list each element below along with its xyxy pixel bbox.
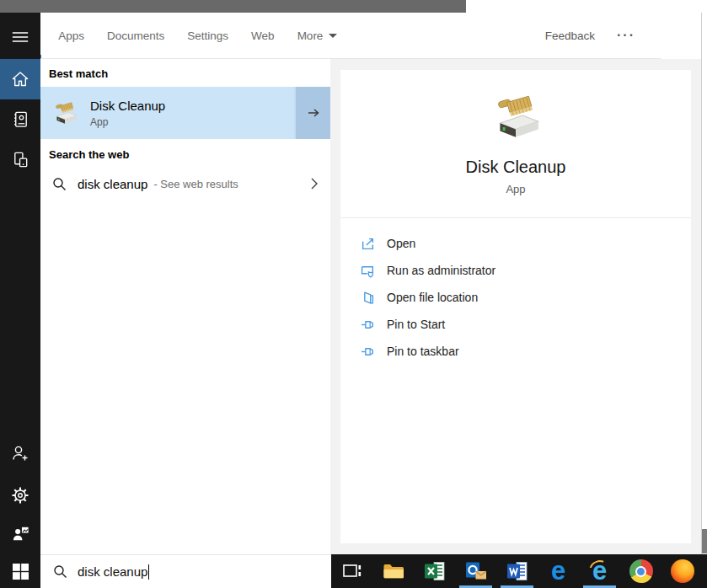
- best-match-title: Disk Cleanup: [90, 99, 165, 113]
- chrome-core: [637, 568, 645, 575]
- word-icon: [506, 560, 529, 582]
- arrow-right-icon: [306, 106, 321, 120]
- best-match-header: Best match: [49, 67, 108, 80]
- more-options-button[interactable]: ···: [617, 13, 635, 58]
- taskbar-excel-button[interactable]: [414, 554, 455, 588]
- excel-icon: [423, 560, 447, 582]
- taskbar-internet-explorer-button[interactable]: e: [579, 554, 620, 588]
- web-query-text: disk cleanup: [78, 177, 147, 191]
- best-match-subtitle: App: [90, 116, 165, 128]
- tab-more[interactable]: More: [297, 13, 338, 58]
- search-input[interactable]: disk cleanup: [40, 554, 331, 588]
- disk-cleanup-icon: [488, 88, 544, 144]
- sidebar-item-settings[interactable]: [0, 475, 40, 516]
- search-web-header: Search the web: [49, 148, 129, 161]
- taskbar-chrome-button[interactable]: [620, 554, 661, 588]
- web-search-row[interactable]: disk cleanup - See web results: [40, 167, 330, 200]
- start-button[interactable]: [0, 554, 40, 588]
- hamburger-menu-icon: [11, 28, 29, 46]
- chrome-inner-ring: [635, 566, 646, 577]
- windows-start-icon: [13, 564, 29, 580]
- pin-icon: [361, 345, 375, 359]
- edge-icon: e: [551, 559, 565, 583]
- sidebar-item-feedback-picture[interactable]: [0, 513, 40, 553]
- admin-shield-icon: [361, 264, 375, 278]
- task-view-icon: [341, 560, 363, 582]
- chrome-icon: [629, 559, 653, 583]
- action-pin-to-start[interactable]: Pin to Start: [361, 311, 691, 338]
- pin-icon: [361, 318, 375, 332]
- taskbar: e e: [331, 554, 707, 588]
- search-input-value: disk cleanup: [78, 564, 147, 579]
- chevron-right-icon: [310, 177, 319, 190]
- best-match-row[interactable]: Disk Cleanup App: [40, 87, 330, 139]
- search-sidebar: [0, 13, 40, 554]
- best-match-texts: Disk Cleanup App: [90, 99, 165, 128]
- background-window-titlebar: [0, 0, 466, 13]
- taskbar-file-explorer-button[interactable]: [372, 554, 414, 588]
- preview-divider: [340, 217, 691, 218]
- taskbar-edge-button[interactable]: e: [538, 554, 579, 588]
- action-open[interactable]: Open: [361, 230, 691, 257]
- home-icon: [10, 69, 30, 89]
- taskbar-word-button[interactable]: [496, 554, 538, 588]
- devices-icon: [11, 150, 30, 169]
- ellipsis-icon: ···: [617, 28, 635, 43]
- search-filter-tabbar: All Apps Documents Settings Web More Fee…: [0, 13, 661, 59]
- search-icon: [52, 177, 67, 191]
- action-pin-to-taskbar[interactable]: Pin to taskbar: [361, 338, 691, 365]
- internet-explorer-icon: e: [587, 559, 613, 584]
- sidebar-item-devices[interactable]: [0, 139, 40, 179]
- sidebar-item-menu[interactable]: [0, 17, 40, 57]
- expand-result-button[interactable]: [294, 87, 330, 139]
- journal-icon: [11, 110, 30, 129]
- settings-gear-icon: [10, 485, 30, 505]
- action-open-file-location[interactable]: Open file location: [361, 284, 691, 311]
- preview-app-type: App: [506, 183, 525, 195]
- tab-documents[interactable]: Documents: [107, 13, 164, 58]
- ie-gold-ring: [585, 557, 614, 586]
- disk-cleanup-icon: [51, 99, 79, 127]
- taskbar-task-view-button[interactable]: [331, 554, 372, 588]
- preview-card: Disk Cleanup App Open Run as administrat…: [340, 70, 691, 543]
- taskbar-firefox-button[interactable]: [661, 554, 703, 588]
- web-suffix-text: - See web results: [153, 178, 238, 190]
- firefox-icon: [671, 559, 694, 583]
- results-panel: Best match Disk Cleanup App Search the w…: [40, 59, 330, 554]
- tab-apps[interactable]: Apps: [58, 13, 84, 58]
- add-account-icon: [10, 443, 30, 463]
- feedback-person-icon: [11, 524, 30, 543]
- taskbar-outlook-button[interactable]: [455, 554, 496, 588]
- sidebar-item-add-account[interactable]: [0, 433, 40, 473]
- tab-settings[interactable]: Settings: [187, 13, 228, 58]
- tabbar-spacer: [360, 13, 544, 58]
- feedback-button[interactable]: Feedback: [545, 13, 595, 58]
- file-explorer-icon: [382, 560, 405, 582]
- action-list: Open Run as administrator Open file loca…: [340, 218, 691, 365]
- sidebar-item-home[interactable]: [0, 59, 40, 99]
- text-caret: [148, 564, 149, 580]
- search-icon: [53, 564, 67, 579]
- open-folder-icon: [361, 291, 375, 305]
- best-match-main[interactable]: Disk Cleanup App: [40, 87, 294, 139]
- action-run-as-administrator[interactable]: Run as administrator: [361, 257, 691, 284]
- open-icon: [361, 237, 375, 251]
- chevron-down-icon: [329, 34, 337, 38]
- preview-app-title: Disk Cleanup: [466, 158, 566, 177]
- outlook-icon: [464, 559, 488, 583]
- preview-card-top: Disk Cleanup App: [340, 70, 691, 218]
- tab-web[interactable]: Web: [251, 13, 275, 58]
- background-scrollbar-thumb: [701, 529, 707, 553]
- sidebar-item-journal[interactable]: [0, 99, 40, 139]
- search-flyout-window: All Apps Documents Settings Web More Fee…: [0, 13, 702, 554]
